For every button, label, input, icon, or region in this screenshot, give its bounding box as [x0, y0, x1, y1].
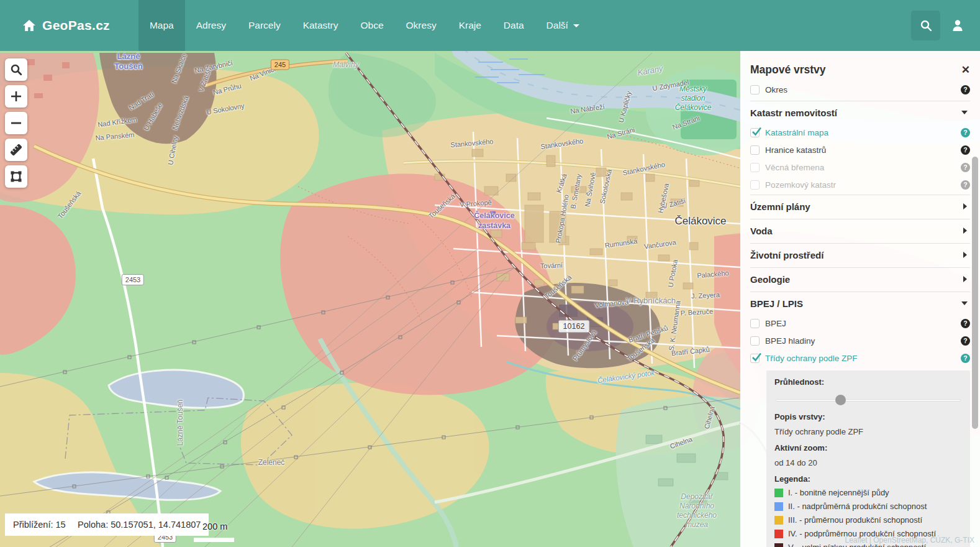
close-icon[interactable]: ✕	[961, 63, 970, 76]
check-icon	[751, 351, 763, 363]
slider-track[interactable]	[776, 399, 961, 402]
help-badge[interactable]: ?	[961, 354, 970, 363]
active-zoom-value: od 14 do 20	[774, 458, 962, 467]
help-badge[interactable]: ?	[961, 180, 970, 190]
chevron-right-icon	[963, 228, 967, 234]
legend-item: III. - průměrnou produkční schopností	[774, 515, 962, 525]
checkbox[interactable]	[750, 319, 760, 328]
layer-label: BPEJ hladiny	[765, 336, 815, 346]
measure-distance-button[interactable]	[5, 139, 27, 161]
scale-label: 200 m	[202, 522, 227, 531]
layer-label: BPEJ	[765, 319, 786, 328]
section-label: Geologie	[750, 274, 790, 285]
checkbox[interactable]	[750, 145, 760, 155]
help-badge[interactable]: ?	[961, 336, 970, 346]
minus-icon	[10, 117, 22, 129]
section-bpej-lpis[interactable]: BPEJ / LPIS	[750, 292, 970, 315]
nav-item-okresy[interactable]: Okresy	[395, 0, 448, 51]
legend-item: V. - velmi nízkou produkční schopností	[774, 543, 962, 547]
layer-row-bpej-hladiny[interactable]: BPEJ hladiny ?	[750, 332, 970, 349]
layer-row-hranice-katastru[interactable]: Hranice katastrů ?	[750, 141, 970, 159]
layer-label: Hranice katastrů	[765, 145, 826, 155]
layer-label: Okres	[765, 85, 787, 94]
layer-label: Katastrální mapa	[765, 128, 828, 137]
layer-label: Třídy ochrany podle ZPF	[765, 354, 858, 363]
section-katastr-nemovitosti[interactable]: Katastr nemovitostí	[750, 101, 970, 124]
nav-item-dalsi[interactable]: Další	[535, 0, 591, 51]
panel-title: Mapové vrstvy	[750, 63, 826, 76]
top-nav: GeoPas.cz Mapa Adresy Parcely Katastry O…	[0, 0, 980, 51]
checkbox-disabled	[750, 163, 760, 172]
transparency-slider[interactable]	[776, 395, 961, 405]
home-icon	[22, 19, 36, 32]
panel-header: Mapové vrstvy ✕	[750, 60, 970, 80]
zoom-in-button[interactable]	[5, 85, 27, 108]
section-uzemni-plany[interactable]: Územní plány	[750, 195, 970, 218]
layer-row-vecna-bremena[interactable]: Věcná břemena ?	[750, 159, 970, 176]
cursor-position-box: Poloha: 50.157051, 14.741807	[70, 513, 209, 536]
section-label: Životní prostředí	[750, 250, 823, 260]
section-label: Voda	[750, 226, 773, 236]
section-zivotni-prostredi[interactable]: Životní prostředí	[750, 243, 970, 266]
scrollbar-thumb[interactable]	[972, 157, 978, 429]
map-tools	[5, 58, 27, 188]
help-badge[interactable]: ?	[961, 319, 970, 328]
checkbox[interactable]	[750, 85, 760, 94]
legend-item-label: IV. - podprůměrnou produkční schopností	[788, 529, 936, 538]
zoom-out-button[interactable]	[5, 112, 27, 134]
polygon-area-icon	[10, 170, 22, 183]
legend-item-label: III. - průměrnou produkční schopností	[788, 515, 922, 525]
checkbox-checked[interactable]	[750, 354, 760, 363]
checkbox-disabled	[750, 180, 760, 190]
help-badge[interactable]: ?	[961, 145, 970, 155]
legend-item: I. - bonitně nejcennější půdy	[774, 488, 962, 497]
user-icon	[950, 18, 965, 33]
nav-right-actions	[911, 0, 980, 51]
measure-area-button[interactable]	[5, 165, 27, 188]
nav-search-button[interactable]	[911, 11, 940, 40]
user-menu-button[interactable]	[950, 18, 965, 33]
search-icon	[10, 63, 22, 76]
scale-bar	[194, 538, 234, 542]
layer-row-tridy-ochrany-zpf[interactable]: Třídy ochrany podle ZPF ?	[750, 349, 970, 367]
checkbox[interactable]	[750, 336, 760, 346]
chevron-right-icon	[963, 203, 967, 209]
section-geologie[interactable]: Geologie	[750, 267, 970, 290]
section-label: Katastr nemovitostí	[750, 108, 837, 118]
brand-logo[interactable]: GeoPas.cz	[0, 0, 138, 51]
help-badge[interactable]: ?	[961, 163, 970, 172]
legend-swatch	[774, 516, 783, 525]
layer-row-katastralni-mapa[interactable]: Katastrální mapa ?	[750, 124, 970, 141]
legend-item-label: II. - nadprůměrná produkční schopnost	[788, 502, 927, 511]
legend-swatch	[774, 530, 783, 538]
check-icon	[751, 126, 763, 137]
checkbox-checked[interactable]	[750, 128, 760, 137]
section-voda[interactable]: Voda	[750, 219, 970, 242]
help-badge[interactable]: ?	[961, 128, 970, 137]
legend-swatch	[774, 543, 783, 547]
nav-item-parcely[interactable]: Parcely	[237, 0, 292, 51]
layer-row-bpej[interactable]: BPEJ ?	[750, 315, 970, 332]
legend-swatch	[774, 489, 783, 497]
nav-item-data[interactable]: Data	[492, 0, 535, 51]
help-badge[interactable]: ?	[961, 85, 970, 94]
nav-item-mapa[interactable]: Mapa	[138, 0, 185, 51]
nav-item-adresy[interactable]: Adresy	[185, 0, 237, 51]
layers-panel: Mapové vrstvy ✕ Okres ? Katastr nemovito…	[740, 51, 980, 547]
ruler-icon	[9, 143, 23, 157]
legend-label: Legenda:	[774, 474, 962, 484]
layer-label: Věcná břemena	[765, 163, 824, 172]
transparency-label: Průhlednost:	[774, 377, 962, 387]
nav-item-kraje[interactable]: Kraje	[448, 0, 492, 51]
map-search-button[interactable]	[5, 58, 27, 81]
layer-row-pozemkovy-katastr[interactable]: Pozemkový katastr ?	[750, 176, 970, 193]
active-zoom-label: Aktivní zoom:	[774, 443, 962, 453]
nav-item-obce[interactable]: Obce	[350, 0, 395, 51]
legend-item-label: V. - velmi nízkou produkční schopností	[788, 543, 926, 547]
legend-item-label: I. - bonitně nejcennější půdy	[788, 488, 889, 497]
layer-row-okres[interactable]: Okres ?	[750, 80, 970, 99]
transparency-slider-handle[interactable]	[835, 395, 846, 405]
nav-item-katastry[interactable]: Katastry	[292, 0, 350, 51]
section-label: Územní plány	[750, 201, 810, 212]
section-label: BPEJ / LPIS	[750, 298, 803, 309]
